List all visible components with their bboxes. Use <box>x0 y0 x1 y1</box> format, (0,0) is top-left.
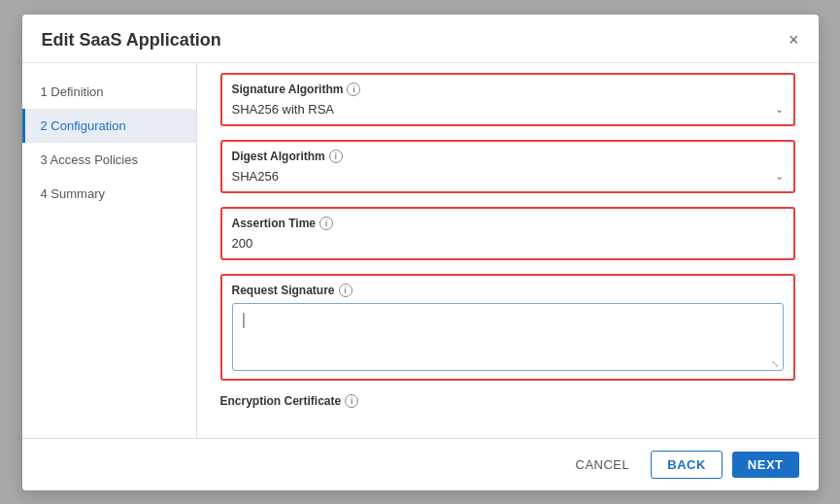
encryption-certificate-group: Encryption Certificate i <box>220 394 795 408</box>
encryption-certificate-info-icon[interactable]: i <box>345 394 358 408</box>
text-cursor: │ <box>241 312 775 329</box>
back-button[interactable]: BACK <box>651 451 722 479</box>
assertion-time-info-icon[interactable]: i <box>319 217 333 230</box>
modal: Edit SaaS Application × 1 Definition 2 C… <box>22 15 819 490</box>
cancel-button[interactable]: CANCEL <box>564 452 642 478</box>
digest-algorithm-group: Digest Algorithm i SHA256 ⌄ <box>220 140 795 193</box>
signature-algorithm-label: Signature Algorithm i <box>232 83 784 96</box>
resize-handle[interactable]: ⤡ <box>771 358 781 368</box>
request-signature-label: Request Signature i <box>232 284 784 297</box>
request-signature-group: Request Signature i │ ⤡ <box>220 274 795 381</box>
digest-algorithm-info-icon[interactable]: i <box>329 150 343 163</box>
assertion-time-value[interactable]: 200 <box>232 236 784 251</box>
chevron-down-icon: ⌄ <box>775 103 784 116</box>
modal-title: Edit SaaS Application <box>42 30 221 50</box>
encryption-certificate-label: Encryption Certificate i <box>220 394 795 408</box>
digest-algorithm-select[interactable]: SHA256 ⌄ <box>232 169 784 184</box>
sidebar-item-definition[interactable]: 1 Definition <box>22 75 196 109</box>
modal-overlay: Edit SaaS Application × 1 Definition 2 C… <box>0 0 840 504</box>
assertion-time-group: Assertion Time i 200 <box>220 207 795 260</box>
digest-algorithm-field: Digest Algorithm i SHA256 ⌄ <box>220 140 795 193</box>
content-scroll: Signature Algorithm i SHA256 with RSA ⌄ <box>197 63 819 438</box>
content-area[interactable]: Signature Algorithm i SHA256 with RSA ⌄ <box>197 63 819 438</box>
sidebar-item-access-policies[interactable]: 3 Access Policies <box>22 143 196 177</box>
modal-header: Edit SaaS Application × <box>22 15 819 63</box>
modal-footer: CANCEL BACK NEXT <box>22 438 819 490</box>
digest-algorithm-value: SHA256 <box>232 169 279 184</box>
sidebar-item-summary[interactable]: 4 Summary <box>22 177 196 211</box>
signature-algorithm-value: SHA256 with RSA <box>232 102 335 117</box>
request-signature-field: Request Signature i │ ⤡ <box>220 274 795 381</box>
assertion-time-field: Assertion Time i 200 <box>220 207 795 260</box>
sidebar: 1 Definition 2 Configuration 3 Access Po… <box>22 63 197 438</box>
modal-body: 1 Definition 2 Configuration 3 Access Po… <box>22 63 819 438</box>
request-signature-textarea[interactable]: │ ⤡ <box>232 303 784 371</box>
signature-algorithm-select[interactable]: SHA256 with RSA ⌄ <box>232 102 784 117</box>
chevron-down-icon-2: ⌄ <box>775 170 784 183</box>
close-button[interactable]: × <box>789 31 799 49</box>
assertion-time-label: Assertion Time i <box>232 217 784 230</box>
sidebar-item-configuration[interactable]: 2 Configuration <box>22 109 196 143</box>
next-button[interactable]: NEXT <box>732 452 799 478</box>
digest-algorithm-label: Digest Algorithm i <box>232 150 784 163</box>
signature-algorithm-field: Signature Algorithm i SHA256 with RSA ⌄ <box>220 73 795 126</box>
signature-algorithm-info-icon[interactable]: i <box>347 83 360 96</box>
request-signature-info-icon[interactable]: i <box>339 284 353 297</box>
signature-algorithm-group: Signature Algorithm i SHA256 with RSA ⌄ <box>220 73 795 126</box>
